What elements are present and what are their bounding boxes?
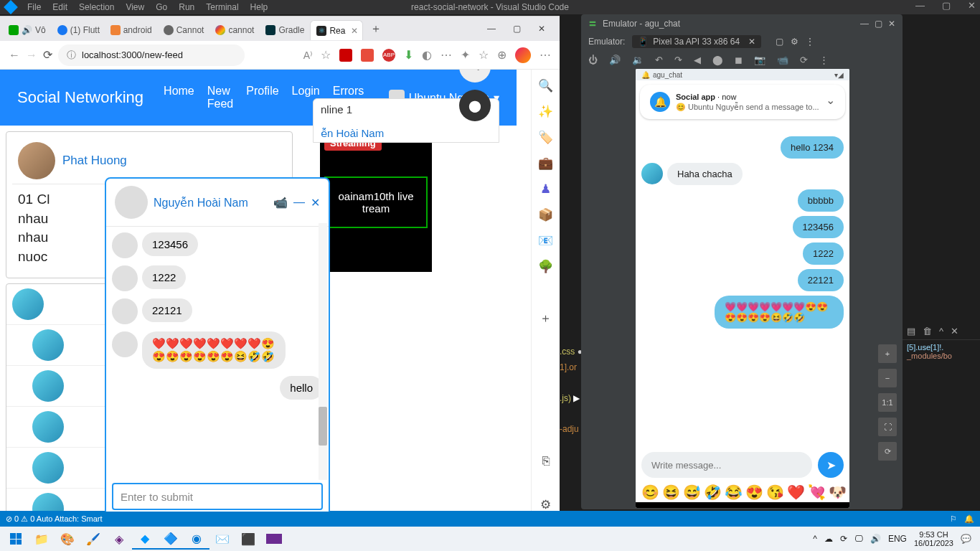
minimize-icon[interactable]: — bbox=[487, 24, 496, 34]
settings-icon[interactable]: ⚙ bbox=[539, 497, 553, 512]
profile-avatar-icon[interactable] bbox=[515, 47, 531, 63]
tab-item[interactable]: android bbox=[105, 20, 158, 40]
power-icon[interactable]: ⏻ bbox=[588, 55, 598, 65]
screen-icon[interactable]: ▢ bbox=[776, 37, 783, 47]
close-icon[interactable]: ✕ bbox=[311, 196, 320, 209]
tray-onedrive-icon[interactable]: ☁ bbox=[824, 534, 833, 544]
toggle-fab[interactable]: ⬤ bbox=[459, 90, 491, 121]
read-aloud-icon[interactable]: A⁾ bbox=[303, 50, 312, 61]
favorites-icon[interactable]: ☆ bbox=[479, 48, 489, 62]
office-icon[interactable]: 📦 bbox=[539, 207, 553, 222]
settings-icon[interactable]: ⚙ bbox=[791, 37, 798, 47]
taskbar-terminal[interactable] bbox=[261, 528, 287, 550]
chat-avatar-icon[interactable] bbox=[115, 186, 148, 219]
emoji-option[interactable]: 😂 bbox=[725, 484, 743, 501]
new-tab-button[interactable]: ＋ bbox=[366, 19, 386, 39]
menu-icon[interactable]: ⋯ bbox=[540, 48, 551, 62]
maximize-icon[interactable]: ▢ bbox=[875, 19, 882, 29]
rotate-left-icon[interactable]: ↶ bbox=[655, 55, 663, 65]
layout-icon[interactable]: ▤ bbox=[907, 326, 915, 336]
video-call-icon[interactable]: 📹 bbox=[273, 196, 288, 209]
minimize-icon[interactable]: — bbox=[293, 196, 305, 209]
tray-clock[interactable]: 9:53 CH 16/01/2023 bbox=[914, 530, 953, 547]
more-icon[interactable]: ⋮ bbox=[819, 55, 829, 65]
chevron-down-icon[interactable]: ⌄ bbox=[826, 93, 835, 107]
refresh-icon[interactable]: ⟳ bbox=[43, 48, 52, 62]
emoji-option[interactable]: 😆 bbox=[662, 484, 680, 501]
close-icon[interactable]: ✕ bbox=[748, 37, 755, 47]
feedback-icon[interactable]: ⚐ bbox=[950, 514, 957, 524]
send-button[interactable]: ➤ bbox=[818, 452, 844, 478]
menu-edit[interactable]: Edit bbox=[52, 2, 67, 12]
tray-language[interactable]: ENG bbox=[888, 534, 907, 544]
brand-title[interactable]: Social Networking bbox=[17, 88, 143, 107]
device-tab[interactable]: 📱 Pixel 3a API 33 x86 64 ✕ bbox=[632, 35, 761, 48]
menu-help[interactable]: Help bbox=[250, 2, 268, 12]
phone-message-input[interactable] bbox=[641, 452, 812, 478]
emoji-option[interactable]: 🤣 bbox=[704, 484, 722, 501]
plus-icon[interactable]: ＋ bbox=[539, 311, 553, 325]
chat-message-list[interactable]: 123456 1222 22121 ❤️❤️❤️❤️❤️❤️❤️❤️😍😍😍😍😍😍… bbox=[106, 227, 329, 477]
emoji-option[interactable]: 😅 bbox=[683, 484, 701, 501]
zoom-rotate-button[interactable]: ⟳ bbox=[878, 442, 897, 461]
maximize-icon[interactable]: ▢ bbox=[942, 0, 951, 11]
close-icon[interactable]: ✕ bbox=[968, 0, 976, 11]
tab-item[interactable]: Cannot bbox=[158, 20, 210, 40]
taskbar-visual-studio[interactable]: ◈ bbox=[106, 528, 132, 550]
emoji-option[interactable]: 😘 bbox=[766, 484, 784, 501]
nav-profile[interactable]: Profile bbox=[246, 85, 278, 110]
vscode-status-bar[interactable]: ⊘ 0 ⚠ 0 Auto Attach: Smart ⚐ 🔔 bbox=[0, 511, 980, 527]
overview-icon[interactable]: ◼ bbox=[735, 55, 743, 65]
tab-close-icon[interactable]: ✕ bbox=[351, 26, 358, 36]
taskbar-palette[interactable]: 🖌️ bbox=[80, 528, 106, 550]
emoji-option[interactable]: 🐶 bbox=[829, 484, 847, 501]
menu-selection[interactable]: Selection bbox=[79, 2, 114, 12]
shopping-icon[interactable]: 🏷️ bbox=[539, 130, 553, 144]
chat-name[interactable]: ễn Hoài Nam bbox=[321, 127, 491, 140]
chat-contact-name[interactable]: Nguyễn Hoài Nam bbox=[154, 196, 268, 209]
scrollbar-thumb[interactable] bbox=[319, 407, 327, 446]
taskbar-mail[interactable]: ✉️ bbox=[209, 528, 235, 550]
discover-icon[interactable]: ✨ bbox=[539, 104, 553, 118]
ext-icon[interactable]: ✦ bbox=[461, 48, 470, 62]
record-icon[interactable]: 📹 bbox=[777, 55, 788, 65]
ext-icon[interactable] bbox=[361, 49, 374, 62]
menu-go[interactable]: Go bbox=[156, 2, 167, 12]
home-icon[interactable]: ⬤ bbox=[712, 55, 723, 65]
snapshots-icon[interactable]: ⟳ bbox=[800, 55, 808, 65]
ext-icon[interactable] bbox=[339, 49, 352, 62]
taskbar-paint[interactable]: 🎨 bbox=[55, 528, 80, 550]
search-icon[interactable]: 🔍 bbox=[539, 78, 553, 93]
rotate-right-icon[interactable]: ↷ bbox=[674, 55, 682, 65]
close-icon[interactable]: ✕ bbox=[951, 326, 958, 336]
menu-icon[interactable]: ⋮ bbox=[806, 37, 814, 47]
info-icon[interactable]: ⓘ bbox=[67, 49, 76, 62]
zoom-reset-button[interactable]: 1:1 bbox=[878, 393, 897, 412]
tray-network-icon[interactable]: 🖵 bbox=[854, 534, 863, 544]
menu-view[interactable]: View bbox=[126, 2, 144, 12]
minimize-icon[interactable]: — bbox=[915, 0, 925, 11]
tray-notifications-icon[interactable]: 💬 bbox=[961, 534, 971, 544]
notifications-icon[interactable]: 🔔 bbox=[964, 514, 974, 524]
games-icon[interactable]: ♟ bbox=[539, 182, 553, 196]
volume-down-icon[interactable]: 🔉 bbox=[632, 55, 644, 65]
tab-item-active[interactable]: ⚛Rea✕ bbox=[310, 20, 363, 40]
zoom-fit-button[interactable]: ⛶ bbox=[878, 418, 897, 436]
emoji-option[interactable]: 😍 bbox=[745, 484, 763, 501]
back-icon[interactable]: ← bbox=[9, 49, 20, 62]
close-icon[interactable]: ✕ bbox=[888, 19, 895, 29]
tab-item[interactable]: 🔊Vô bbox=[3, 20, 52, 40]
tab-item[interactable]: Gradle bbox=[260, 20, 310, 40]
tools-icon[interactable]: 💼 bbox=[539, 156, 553, 170]
menu-run[interactable]: Run bbox=[179, 2, 194, 12]
favorite-icon[interactable]: ☆ bbox=[321, 48, 331, 62]
emoji-option[interactable]: 😊 bbox=[641, 484, 659, 501]
volume-up-icon[interactable]: 🔊 bbox=[609, 55, 621, 65]
ext-menu-icon[interactable]: ⋯ bbox=[440, 48, 452, 62]
taskbar-vscode[interactable]: ◆ bbox=[132, 528, 158, 550]
tray-volume-icon[interactable]: 🔊 bbox=[870, 534, 881, 544]
outlook-icon[interactable]: 📧 bbox=[539, 233, 553, 248]
close-icon[interactable]: ✕ bbox=[538, 24, 545, 34]
url-input[interactable]: ⓘ localhost:3000/new-feed bbox=[58, 44, 245, 66]
taskbar-github[interactable]: ⬛ bbox=[235, 528, 261, 550]
